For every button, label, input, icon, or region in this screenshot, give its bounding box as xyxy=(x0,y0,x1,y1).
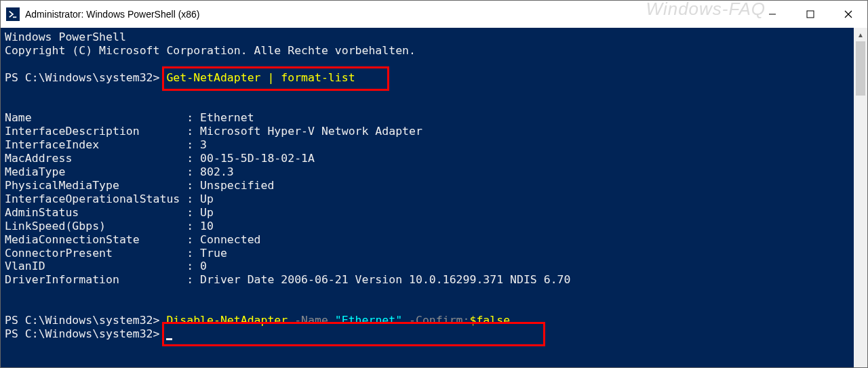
prop-key: InterfaceOperationalStatus xyxy=(5,192,186,205)
command-2-verb: Disable-NetAdapter xyxy=(166,314,288,327)
command-1: Get-NetAdapter | format-list xyxy=(166,71,355,84)
prop-val: Up xyxy=(200,192,214,205)
maximize-icon xyxy=(806,10,814,18)
prop-val: 00-15-5D-18-02-1A xyxy=(200,152,315,165)
prop-key: VlanID xyxy=(5,260,186,272)
prompt: PS C:\Windows\system32> xyxy=(5,71,159,84)
scroll-up-icon[interactable]: ▲ xyxy=(854,28,867,41)
close-button[interactable] xyxy=(829,1,867,28)
prop-val: Driver Date 2006-06-21 Version 10.0.1629… xyxy=(200,273,570,286)
prop-key: MacAddress xyxy=(5,152,186,165)
prop-val: 10 xyxy=(200,220,214,232)
cursor xyxy=(166,329,172,340)
prop-key: LinkSpeed(Gbps) xyxy=(5,220,186,232)
prop-key: ConnectorPresent xyxy=(5,247,186,260)
prop-val: 3 xyxy=(200,138,207,151)
command-2-value: $false xyxy=(469,314,510,327)
prop-val: Microsoft Hyper-V Network Adapter xyxy=(200,125,422,138)
prop-val: Unspecified xyxy=(200,179,274,192)
command-2-param: -Name xyxy=(288,314,335,327)
prop-key: MediaConnectionState xyxy=(5,233,186,246)
titlebar[interactable]: Administrator: Windows PowerShell (x86) … xyxy=(1,1,867,28)
prop-key: Name xyxy=(5,111,186,124)
prop-key: MediaType xyxy=(5,165,186,178)
command-2-param: -Confirm: xyxy=(402,314,469,327)
prop-val: 0 xyxy=(200,260,207,272)
scrollbar[interactable]: ▲ xyxy=(854,28,867,367)
minimize-button[interactable] xyxy=(753,1,791,28)
window-controls xyxy=(753,1,867,28)
prompt: PS C:\Windows\system32> xyxy=(5,314,159,327)
prop-val: Connected xyxy=(200,233,260,246)
console-line: Copyright (C) Microsoft Corporation. All… xyxy=(5,44,416,57)
svg-rect-2 xyxy=(807,11,814,18)
close-icon xyxy=(844,9,853,19)
powershell-window: Administrator: Windows PowerShell (x86) … xyxy=(0,0,868,368)
prompt: PS C:\Windows\system32> xyxy=(5,327,159,340)
console-area: Windows PowerShell Copyright (C) Microso… xyxy=(1,28,867,367)
prop-key: DriverInformation xyxy=(5,273,186,286)
prop-val: Ethernet xyxy=(200,111,254,124)
prop-key: InterfaceDescription xyxy=(5,125,186,138)
prop-val: Up xyxy=(200,206,214,219)
prop-key: AdminStatus xyxy=(5,206,186,219)
console-line: Windows PowerShell xyxy=(5,30,126,43)
watermark-text: Windows-FAQ xyxy=(646,0,766,20)
prop-key: PhysicalMediaType xyxy=(5,179,186,192)
scroll-thumb[interactable] xyxy=(856,41,865,96)
maximize-button[interactable] xyxy=(791,1,829,28)
window-title: Administrator: Windows PowerShell (x86) xyxy=(25,9,200,20)
console-output[interactable]: Windows PowerShell Copyright (C) Microso… xyxy=(1,28,854,367)
command-2-value: "Ethernet" xyxy=(335,314,402,327)
powershell-icon xyxy=(6,7,20,21)
prop-val: 802.3 xyxy=(200,165,234,178)
prop-val: True xyxy=(200,247,227,260)
prop-key: InterfaceIndex xyxy=(5,138,186,151)
minimize-icon xyxy=(768,10,776,18)
